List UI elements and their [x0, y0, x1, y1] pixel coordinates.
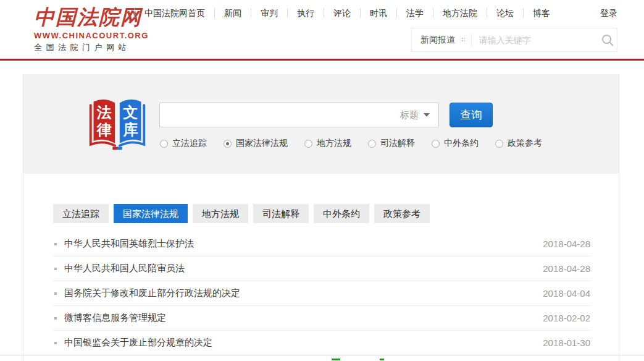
top-search-bar: 新闻报道 [411, 28, 617, 52]
bullet-icon [54, 317, 57, 320]
category-grid-dots-icon[interactable] [461, 37, 465, 43]
red-divider-rule [0, 59, 644, 61]
bottom-divider-rule [0, 355, 644, 355]
law-category-radio-group: 立法追踪 国家法律法规 地方法规 司法解释 中外条约 政策参考 [160, 138, 559, 149]
law-date: 2018-02-02 [543, 313, 590, 323]
search-submit-button[interactable] [598, 28, 617, 51]
list-item: 中华人民共和国人民陪审员法 2018-04-28 [53, 257, 590, 281]
radio-icon [495, 140, 503, 148]
login-link[interactable]: 登录 [600, 8, 617, 19]
radio-icon [224, 140, 232, 148]
law-date: 2018-01-30 [543, 338, 590, 348]
list-item: 中国银监会关于废止部分规章的决定 2018-01-30 [53, 331, 590, 355]
nav-item-blog[interactable]: 博客 [523, 8, 559, 18]
bullet-icon [54, 342, 57, 344]
radio-icon [160, 140, 168, 148]
nav-item-comment[interactable]: 评论 [324, 8, 360, 18]
search-icon [600, 33, 615, 48]
radio-icon [432, 140, 440, 148]
radio-treaties[interactable]: 中外条约 [432, 138, 479, 149]
law-title-link[interactable]: 中华人民共和国英雄烈士保护法 [64, 238, 543, 250]
radio-local-regulations[interactable]: 地方法规 [304, 138, 351, 149]
list-item: 中华人民共和国英雄烈士保护法 2018-04-28 [53, 232, 590, 257]
law-title-link[interactable]: 中华人民共和国人民陪审员法 [64, 263, 543, 274]
tab-judicial-interpretation[interactable]: 司法解释 [253, 204, 309, 223]
tab-legislation-tracking[interactable]: 立法追踪 [53, 204, 109, 223]
tab-policy-reference[interactable]: 政策参考 [374, 204, 430, 223]
law-title-link[interactable]: 中国银监会关于废止部分规章的决定 [64, 337, 543, 349]
nav-item-home[interactable]: 中国法院网首页 [135, 8, 214, 18]
radio-national-laws[interactable]: 国家法律法规 [224, 138, 288, 149]
law-library-book-logo: 法 律 文 库 [86, 96, 148, 153]
law-date: 2018-04-04 [543, 288, 590, 299]
radio-icon [368, 140, 376, 148]
tab-local-regulations[interactable]: 地方法规 [193, 204, 248, 223]
tab-treaties[interactable]: 中外条约 [314, 204, 369, 223]
nav-item-forum[interactable]: 论坛 [487, 8, 523, 18]
nav-item-current[interactable]: 时讯 [360, 8, 396, 18]
nav-item-local-courts[interactable]: 地方法院 [433, 8, 487, 18]
chevron-down-icon [424, 113, 430, 117]
law-library-panel: 法 律 文 库 标题 查询 立法追踪 国家法律法规 地方法规 [23, 74, 619, 174]
law-search-input[interactable] [160, 103, 391, 127]
law-date: 2018-04-28 [543, 263, 590, 274]
law-date: 2018-04-28 [543, 239, 590, 249]
bullet-icon [54, 292, 57, 295]
site-logo-subtitle: 全国法院门户网站 [34, 42, 157, 53]
footer-partial-element [332, 359, 340, 360]
svg-text:文: 文 [123, 104, 138, 121]
radio-legislation-tracking[interactable]: 立法追踪 [160, 138, 207, 149]
bullet-icon [54, 268, 57, 270]
nav-item-news[interactable]: 新闻 [214, 8, 251, 18]
svg-text:法: 法 [96, 104, 112, 121]
content-column: 法 律 文 库 标题 查询 立法追踪 国家法律法规 地方法规 [23, 74, 619, 361]
bullet-icon [54, 243, 57, 245]
tab-national-laws[interactable]: 国家法律法规 [114, 204, 188, 223]
search-field-selected-option: 标题 [400, 109, 419, 121]
site-logo-url: WWW.CHINACOURT.ORG [34, 31, 157, 40]
nav-item-enforcement[interactable]: 执行 [287, 8, 324, 18]
law-search-submit-button[interactable]: 查询 [450, 103, 493, 127]
svg-text:律: 律 [96, 121, 112, 138]
nav-item-legal-studies[interactable]: 法学 [396, 8, 433, 18]
law-search-field: 标题 [159, 103, 439, 127]
nav-item-trial[interactable]: 审判 [251, 8, 287, 18]
keyword-search-input[interactable] [472, 35, 598, 45]
law-list: 中华人民共和国英雄烈士保护法 2018-04-28 中华人民共和国人民陪审员法 … [53, 232, 590, 355]
list-item: 国务院关于修改和废止部分行政法规的决定 2018-04-04 [53, 281, 590, 306]
law-title-link[interactable]: 微博客信息服务管理规定 [64, 312, 543, 324]
top-nav: 中国法院网首页 新闻 审判 执行 评论 时讯 法学 地方法院 论坛 博客 [135, 7, 559, 19]
category-tab-bar: 立法追踪 国家法律法规 地方法规 司法解释 中外条约 政策参考 [53, 204, 435, 223]
law-title-link[interactable]: 国务院关于修改和废止部分行政法规的决定 [64, 287, 543, 299]
search-category-label[interactable]: 新闻报道 [412, 35, 461, 46]
radio-judicial-interpretation[interactable]: 司法解释 [368, 138, 415, 149]
footer-partial-element [380, 359, 384, 360]
radio-policy-reference[interactable]: 政策参考 [495, 138, 542, 149]
svg-text:库: 库 [122, 121, 138, 138]
list-item: 微博客信息服务管理规定 2018-02-02 [53, 306, 590, 331]
radio-icon [304, 140, 312, 148]
search-field-dropdown[interactable]: 标题 [391, 109, 438, 121]
